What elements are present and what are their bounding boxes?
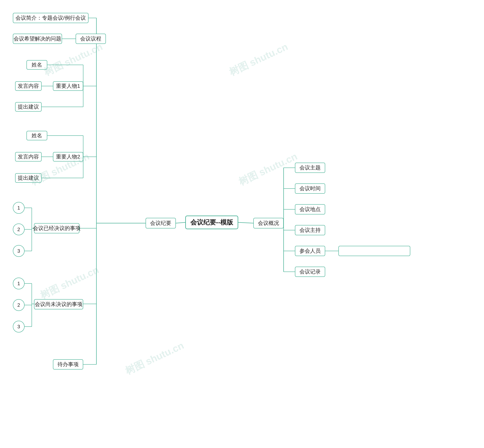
zhongyaorenwu1-node: 重要人物1 [53, 81, 83, 91]
canyurenyuan-node: 参会人员 [295, 246, 325, 256]
huiyijueyishi-node: 会议已经决议的事项 [34, 223, 79, 233]
xingming1-node: 姓名 [26, 60, 47, 70]
watermark-6: 树图 shutu.cn [123, 339, 186, 378]
weijueyis3-node: 3 [13, 321, 24, 332]
huiyixiwang-node: 会议希望解决的问题 [13, 34, 62, 44]
watermark-5: 树图 shutu.cn [38, 263, 101, 302]
jueyis3-node: 3 [13, 245, 24, 257]
huiyizhuchi-node: 会议主持 [295, 225, 325, 235]
fayanneirong2-node: 发言内容 [15, 152, 42, 161]
canyurenuan-detail-node [338, 246, 410, 256]
huiyizhuti-node: 会议主题 [295, 163, 325, 173]
xingming2-node: 姓名 [26, 131, 47, 140]
huiyijianjie-node: 会议简介：专题会议/例行会议 [13, 13, 88, 23]
watermark-2: 树图 shutu.cn [227, 40, 290, 79]
diagram: 会议纪要--模版 会议纪要 会议概况 会议主题 会议时间 会议地点 会议主持 参… [0, 0, 484, 448]
huiyijiyao-node: 会议纪要 [146, 218, 176, 228]
center-node: 会议纪要--模版 [185, 216, 238, 229]
huiyiweijueyishi-node: 会议尚未决议的事项 [34, 299, 83, 309]
svg-line-0 [176, 222, 185, 223]
huiyiyicheng-node: 会议议程 [76, 34, 106, 44]
jueyis1-node: 1 [13, 202, 24, 214]
daibanshixiang-node: 待办事项 [53, 359, 83, 369]
svg-line-1 [238, 222, 253, 223]
watermark-1: 树图 shutu.cn [42, 40, 105, 79]
huiyigaikuang-node: 会议概况 [253, 218, 284, 228]
jueyis2-node: 2 [13, 224, 24, 235]
weijueyis2-node: 2 [13, 299, 24, 311]
huiyishijian-node: 会议时间 [295, 184, 325, 194]
huiyijilu-node: 会议记录 [295, 267, 325, 277]
watermark-4: 树图 shutu.cn [237, 150, 300, 189]
huiyididian-node: 会议地点 [295, 204, 325, 215]
weijueyis1-node: 1 [13, 278, 24, 289]
tichu2-node: 提出建议 [15, 173, 42, 183]
fayanneirong1-node: 发言内容 [15, 81, 42, 91]
tichu1-node: 提出建议 [15, 102, 42, 112]
zhongyaorenwu2-node: 重要人物2 [53, 152, 83, 161]
